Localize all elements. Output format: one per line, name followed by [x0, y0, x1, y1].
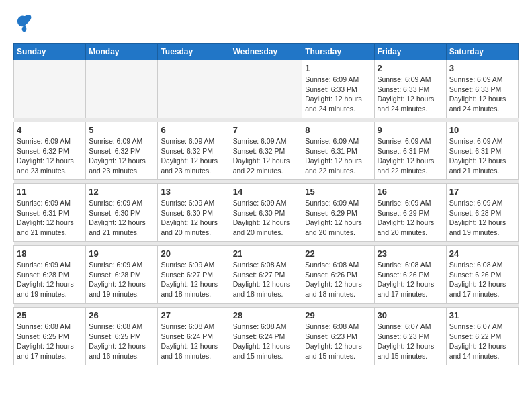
calendar-cell: 31Sunrise: 6:07 AMSunset: 6:22 PMDayligh… [446, 308, 518, 365]
day-info: Sunrise: 6:09 AMSunset: 6:29 PMDaylight:… [305, 198, 371, 238]
day-number: 8 [305, 125, 371, 135]
day-info: Sunrise: 6:08 AMSunset: 6:26 PMDaylight:… [449, 260, 515, 300]
day-number: 28 [233, 310, 300, 320]
day-info: Sunrise: 6:09 AMSunset: 6:30 PMDaylight:… [161, 198, 226, 238]
calendar-cell: 26Sunrise: 6:08 AMSunset: 6:25 PMDayligh… [86, 308, 158, 365]
calendar-cell: 30Sunrise: 6:07 AMSunset: 6:23 PMDayligh… [374, 308, 446, 365]
day-info: Sunrise: 6:09 AMSunset: 6:28 PMDaylight:… [89, 260, 154, 300]
calendar-cell: 16Sunrise: 6:09 AMSunset: 6:29 PMDayligh… [374, 184, 446, 242]
calendar-cell: 2Sunrise: 6:09 AMSunset: 6:33 PMDaylight… [374, 60, 446, 118]
week-row-5: 25Sunrise: 6:08 AMSunset: 6:25 PMDayligh… [14, 308, 519, 365]
calendar-cell: 15Sunrise: 6:09 AMSunset: 6:29 PMDayligh… [302, 184, 374, 242]
day-header-friday: Friday [374, 44, 446, 60]
day-info: Sunrise: 6:08 AMSunset: 6:26 PMDaylight:… [305, 260, 371, 300]
day-info: Sunrise: 6:09 AMSunset: 6:32 PMDaylight:… [161, 136, 226, 176]
day-info: Sunrise: 6:09 AMSunset: 6:33 PMDaylight:… [449, 75, 515, 114]
day-number: 21 [233, 248, 300, 259]
day-info: Sunrise: 6:08 AMSunset: 6:27 PMDaylight:… [233, 260, 300, 300]
day-info: Sunrise: 6:08 AMSunset: 6:24 PMDaylight:… [233, 322, 300, 361]
day-number: 24 [449, 248, 515, 259]
calendar-cell: 27Sunrise: 6:08 AMSunset: 6:24 PMDayligh… [158, 308, 230, 365]
day-number: 10 [449, 125, 515, 135]
week-row-1: 1Sunrise: 6:09 AMSunset: 6:33 PMDaylight… [14, 60, 519, 118]
day-number: 16 [378, 187, 443, 197]
day-number: 30 [378, 310, 443, 320]
day-number: 26 [89, 310, 154, 320]
day-info: Sunrise: 6:09 AMSunset: 6:28 PMDaylight:… [17, 260, 83, 300]
day-number: 5 [89, 125, 154, 135]
day-number: 18 [17, 248, 83, 259]
day-header-thursday: Thursday [302, 44, 374, 60]
day-number: 27 [161, 310, 226, 320]
calendar-cell: 21Sunrise: 6:08 AMSunset: 6:27 PMDayligh… [230, 246, 302, 304]
calendar-cell: 24Sunrise: 6:08 AMSunset: 6:26 PMDayligh… [446, 246, 518, 304]
day-number: 23 [378, 248, 443, 259]
calendar-cell: 6Sunrise: 6:09 AMSunset: 6:32 PMDaylight… [158, 122, 230, 180]
day-info: Sunrise: 6:09 AMSunset: 6:32 PMDaylight:… [89, 136, 154, 176]
day-info: Sunrise: 6:09 AMSunset: 6:31 PMDaylight:… [305, 136, 371, 176]
day-info: Sunrise: 6:09 AMSunset: 6:30 PMDaylight:… [89, 198, 154, 238]
day-number: 12 [89, 187, 154, 197]
calendar-cell: 14Sunrise: 6:09 AMSunset: 6:30 PMDayligh… [230, 184, 302, 242]
calendar-cell: 28Sunrise: 6:08 AMSunset: 6:24 PMDayligh… [230, 308, 302, 365]
day-number: 6 [161, 125, 226, 135]
day-number: 1 [305, 63, 371, 73]
week-row-2: 4Sunrise: 6:09 AMSunset: 6:32 PMDaylight… [14, 122, 519, 180]
day-number: 15 [305, 187, 371, 197]
day-info: Sunrise: 6:09 AMSunset: 6:27 PMDaylight:… [161, 260, 226, 300]
day-info: Sunrise: 6:09 AMSunset: 6:31 PMDaylight:… [378, 136, 443, 176]
day-info: Sunrise: 6:08 AMSunset: 6:23 PMDaylight:… [305, 322, 371, 361]
day-header-wednesday: Wednesday [230, 44, 302, 60]
day-info: Sunrise: 6:09 AMSunset: 6:33 PMDaylight:… [305, 75, 371, 114]
calendar-cell [230, 60, 302, 118]
day-info: Sunrise: 6:09 AMSunset: 6:28 PMDaylight:… [449, 198, 515, 238]
day-info: Sunrise: 6:08 AMSunset: 6:24 PMDaylight:… [161, 322, 226, 361]
calendar-cell: 10Sunrise: 6:09 AMSunset: 6:31 PMDayligh… [446, 122, 518, 180]
calendar-header-row: SundayMondayTuesdayWednesdayThursdayFrid… [14, 44, 519, 60]
calendar-cell: 17Sunrise: 6:09 AMSunset: 6:28 PMDayligh… [446, 184, 518, 242]
calendar-cell: 9Sunrise: 6:09 AMSunset: 6:31 PMDaylight… [374, 122, 446, 180]
day-info: Sunrise: 6:09 AMSunset: 6:32 PMDaylight:… [233, 136, 300, 176]
day-info: Sunrise: 6:08 AMSunset: 6:25 PMDaylight:… [17, 322, 83, 361]
week-row-4: 18Sunrise: 6:09 AMSunset: 6:28 PMDayligh… [14, 246, 519, 304]
day-header-saturday: Saturday [446, 44, 518, 60]
week-row-3: 11Sunrise: 6:09 AMSunset: 6:31 PMDayligh… [14, 184, 519, 242]
calendar-cell: 4Sunrise: 6:09 AMSunset: 6:32 PMDaylight… [14, 122, 86, 180]
logo-icon [13, 13, 35, 32]
day-number: 3 [449, 63, 515, 73]
day-header-monday: Monday [86, 44, 158, 60]
day-info: Sunrise: 6:08 AMSunset: 6:26 PMDaylight:… [378, 260, 443, 300]
calendar-cell: 5Sunrise: 6:09 AMSunset: 6:32 PMDaylight… [86, 122, 158, 180]
day-number: 20 [161, 248, 226, 259]
day-number: 4 [17, 125, 83, 135]
day-number: 9 [378, 125, 443, 135]
day-header-sunday: Sunday [14, 44, 86, 60]
calendar-cell: 18Sunrise: 6:09 AMSunset: 6:28 PMDayligh… [14, 246, 86, 304]
day-info: Sunrise: 6:09 AMSunset: 6:30 PMDaylight:… [233, 198, 300, 238]
day-number: 19 [89, 248, 154, 259]
day-info: Sunrise: 6:09 AMSunset: 6:33 PMDaylight:… [378, 75, 443, 114]
calendar-cell: 22Sunrise: 6:08 AMSunset: 6:26 PMDayligh… [302, 246, 374, 304]
day-number: 13 [161, 187, 226, 197]
day-info: Sunrise: 6:09 AMSunset: 6:31 PMDaylight:… [449, 136, 515, 176]
calendar-cell: 7Sunrise: 6:09 AMSunset: 6:32 PMDaylight… [230, 122, 302, 180]
calendar-cell: 29Sunrise: 6:08 AMSunset: 6:23 PMDayligh… [302, 308, 374, 365]
calendar-cell: 11Sunrise: 6:09 AMSunset: 6:31 PMDayligh… [14, 184, 86, 242]
calendar-cell [158, 60, 230, 118]
calendar-table: SundayMondayTuesdayWednesdayThursdayFrid… [13, 43, 519, 365]
day-info: Sunrise: 6:09 AMSunset: 6:32 PMDaylight:… [17, 136, 83, 176]
calendar-cell: 23Sunrise: 6:08 AMSunset: 6:26 PMDayligh… [374, 246, 446, 304]
page-header [13, 13, 519, 32]
day-number: 31 [449, 310, 515, 320]
day-info: Sunrise: 6:09 AMSunset: 6:31 PMDaylight:… [17, 198, 83, 238]
calendar-cell: 25Sunrise: 6:08 AMSunset: 6:25 PMDayligh… [14, 308, 86, 365]
day-header-tuesday: Tuesday [158, 44, 230, 60]
logo [13, 13, 38, 32]
calendar-cell: 13Sunrise: 6:09 AMSunset: 6:30 PMDayligh… [158, 184, 230, 242]
day-number: 25 [17, 310, 83, 320]
day-number: 7 [233, 125, 300, 135]
day-info: Sunrise: 6:07 AMSunset: 6:22 PMDaylight:… [449, 322, 515, 361]
day-number: 29 [305, 310, 371, 320]
day-number: 22 [305, 248, 371, 259]
calendar-cell: 20Sunrise: 6:09 AMSunset: 6:27 PMDayligh… [158, 246, 230, 304]
